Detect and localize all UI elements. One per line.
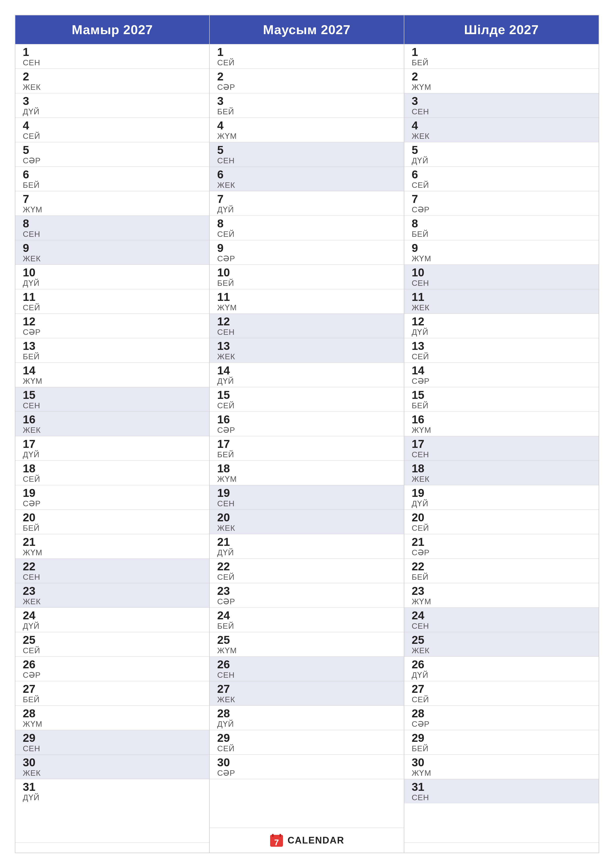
day-number: 12 <box>217 316 237 327</box>
day-cell: 2ЖЕК <box>23 71 43 91</box>
day-row: 19ДҮЙ <box>404 485 598 510</box>
day-name: СӘР <box>412 549 432 556</box>
day-row: 15СЕЙ <box>210 387 404 411</box>
day-number: 18 <box>217 463 237 474</box>
day-cell: 26ДҮЙ <box>412 659 432 679</box>
day-name: ДҮЙ <box>217 377 237 385</box>
day-row: 13БЕЙ <box>16 338 209 363</box>
day-row: 27БЕЙ <box>16 681 209 705</box>
day-row: 7СӘР <box>404 191 598 215</box>
day-number: 30 <box>23 756 43 768</box>
day-name: СЕЙ <box>23 132 43 140</box>
day-row: 12СӘР <box>16 313 209 338</box>
day-row: 10ДҮЙ <box>16 265 209 289</box>
days-list-mausym: 1СЕЙ2СӘР3БЕЙ4ЖҮМ5СЕН6ЖЕК7ДҮЙ8СЕЙ9СӘР10БЕ… <box>210 44 404 828</box>
day-cell: 16СӘР <box>217 414 237 434</box>
day-row: 29СЕЙ <box>210 730 404 755</box>
day-row: 11СЕЙ <box>16 289 209 313</box>
day-number: 26 <box>217 659 237 670</box>
day-number: 20 <box>217 512 237 523</box>
day-number: 27 <box>23 683 43 694</box>
day-number: 11 <box>217 291 237 302</box>
day-name: СЕЙ <box>23 475 43 483</box>
day-row: 14ДҮЙ <box>210 363 404 387</box>
day-number: 13 <box>23 340 43 352</box>
day-row: 4ЖҮМ <box>210 118 404 142</box>
day-number: 2 <box>412 71 432 82</box>
day-cell: 11СЕЙ <box>23 291 43 312</box>
day-number: 16 <box>217 414 237 425</box>
day-cell: 7СӘР <box>412 193 432 214</box>
day-row: 27ЖЕК <box>210 681 404 705</box>
day-cell: 28ДҮЙ <box>217 708 237 728</box>
day-name: ЖЕК <box>412 132 432 140</box>
day-row: 24БЕЙ <box>210 608 404 632</box>
day-cell: 4ЖЕК <box>412 120 432 140</box>
day-name: БЕЙ <box>217 622 237 630</box>
day-cell: 30ЖЕК <box>23 756 43 777</box>
day-number: 19 <box>23 487 43 499</box>
day-cell: 3ДҮЙ <box>23 95 43 116</box>
day-number: 1 <box>23 46 43 57</box>
day-cell: 25ЖЕК <box>412 634 432 654</box>
day-cell: 29БЕЙ <box>412 732 432 752</box>
day-number: 20 <box>23 512 43 523</box>
day-number: 7 <box>217 193 237 205</box>
day-number: 25 <box>412 634 432 646</box>
day-number: 17 <box>23 438 43 450</box>
day-row: 15БЕЙ <box>404 387 598 411</box>
day-row: 12ДҮЙ <box>404 313 598 338</box>
day-cell: 9СӘР <box>217 242 237 262</box>
day-cell: 14ЖҮМ <box>23 365 43 385</box>
day-cell: 14ДҮЙ <box>217 365 237 385</box>
day-number: 24 <box>23 610 43 621</box>
day-name: ДҮЙ <box>412 671 432 679</box>
day-name: СӘР <box>217 426 237 434</box>
day-row: 2ЖЕК <box>16 68 209 93</box>
day-name: БЕЙ <box>217 451 237 459</box>
day-number: 23 <box>217 585 237 597</box>
day-number: 4 <box>412 120 432 131</box>
day-cell: 23ЖҮМ <box>412 585 432 606</box>
day-row: 2СӘР <box>210 68 404 93</box>
day-row: 17БЕЙ <box>210 436 404 460</box>
day-cell: 10БЕЙ <box>217 267 237 287</box>
day-row: 11ЖЕК <box>404 289 598 313</box>
day-name: ЖҮМ <box>412 598 432 606</box>
day-cell: 27ЖЕК <box>217 683 237 704</box>
months-grid: Мамыр 20271СЕН2ЖЕК3ДҮЙ4СЕЙ5СӘР6БЕЙ7ЖҮМ8С… <box>15 15 599 853</box>
day-row: 3ДҮЙ <box>16 93 209 118</box>
day-row: 8СЕЙ <box>210 215 404 240</box>
day-name: БЕЙ <box>412 59 432 67</box>
month-col-mamyr: Мамыр 20271СЕН2ЖЕК3ДҮЙ4СЕЙ5СӘР6БЕЙ7ЖҮМ8С… <box>16 16 210 852</box>
day-number: 8 <box>217 218 237 229</box>
day-number: 9 <box>412 242 432 254</box>
day-cell: 6БЕЙ <box>23 169 43 189</box>
day-cell: 13СЕЙ <box>412 340 432 361</box>
day-number: 15 <box>412 389 432 401</box>
day-number: 19 <box>217 487 237 499</box>
day-row: 30ЖЕК <box>16 755 209 779</box>
day-name: ЖЕК <box>23 426 43 434</box>
days-list-shilde: 1БЕЙ2ЖҮМ3СЕН4ЖЕК5ДҮЙ6СЕЙ7СӘР8БЕЙ9ЖҮМ10СЕ… <box>404 44 598 843</box>
day-cell: 5ДҮЙ <box>412 144 432 164</box>
day-number: 11 <box>412 291 432 302</box>
day-number: 23 <box>23 585 43 597</box>
day-name: ЖЕК <box>217 353 237 361</box>
day-name: СЕН <box>217 671 237 679</box>
day-number: 19 <box>412 487 432 499</box>
day-row: 30СӘР <box>210 755 404 779</box>
day-cell: 17ДҮЙ <box>23 438 43 459</box>
day-cell: 2СӘР <box>217 71 237 91</box>
day-number: 21 <box>23 536 43 547</box>
day-row: 18ЖЕК <box>404 460 598 485</box>
day-cell: 19СӘР <box>23 487 43 507</box>
day-cell: 27СЕЙ <box>412 683 432 704</box>
day-cell: 24СЕН <box>412 610 432 630</box>
day-name: СЕН <box>23 573 43 581</box>
day-number: 5 <box>23 144 43 156</box>
day-row: 22БЕЙ <box>404 558 598 583</box>
day-name: ДҮЙ <box>23 279 43 287</box>
day-cell: 31СЕН <box>412 781 432 801</box>
day-name: ЖЕК <box>217 696 237 704</box>
